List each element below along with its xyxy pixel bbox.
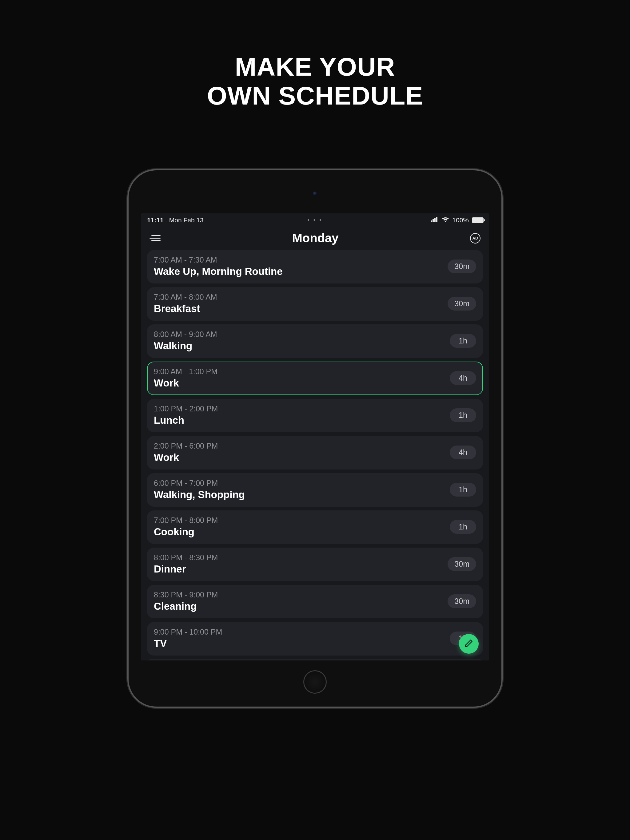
event-time-range: 8:00 AM - 9:00 AM (154, 330, 217, 339)
event-title: Dinner (154, 563, 218, 575)
signal-icon (431, 216, 438, 224)
event-title: Wake Up, Morning Routine (154, 266, 283, 277)
event-time-range: 7:00 AM - 7:30 AM (154, 256, 283, 264)
svg-rect-1 (432, 219, 434, 222)
home-button[interactable] (303, 670, 327, 694)
event-time-range: 9:00 AM - 1:00 PM (154, 367, 217, 376)
battery-percent: 100% (452, 216, 469, 224)
event-item[interactable]: 2:00 PM - 6:00 PMWork4h (147, 436, 483, 469)
battery-icon (472, 217, 484, 223)
event-duration-pill: 30m (448, 557, 476, 571)
event-duration-pill: 30m (448, 297, 476, 311)
multitask-dots-icon: • • • (308, 217, 323, 224)
event-duration-pill: 30m (448, 259, 476, 273)
event-title: Work (154, 452, 218, 463)
promo-line2: OWN SCHEDULE (0, 81, 630, 110)
event-title: Cleaning (154, 600, 218, 612)
event-item[interactable]: 8:30 PM - 9:00 PMCleaning30m (147, 585, 483, 618)
event-left: 7:00 PM - 8:00 PMCooking (154, 516, 218, 538)
event-time-range: 1:00 PM - 2:00 PM (154, 404, 218, 413)
status-bar: 11:11 Mon Feb 13 • • • 100% (141, 213, 489, 225)
promo-heading: MAKE YOUR OWN SCHEDULE (0, 52, 630, 110)
event-title: Breakfast (154, 303, 217, 314)
event-left: 2:00 PM - 6:00 PMWork (154, 442, 218, 463)
svg-rect-2 (434, 218, 435, 222)
event-time-range: 6:00 PM - 7:00 PM (154, 479, 245, 488)
svg-rect-0 (431, 221, 432, 222)
event-time-range: 8:00 PM - 8:30 PM (154, 553, 218, 562)
wifi-icon (442, 216, 449, 224)
event-item[interactable]: 6:00 PM - 7:00 PMWalking, Shopping1h (147, 473, 483, 507)
app-header: Monday AD (141, 225, 489, 250)
event-title: Walking, Shopping (154, 489, 245, 501)
event-item[interactable]: 7:00 PM - 8:00 PMCooking1h (147, 510, 483, 544)
ad-badge-label: AD (473, 236, 478, 240)
event-item[interactable]: 7:30 AM - 8:00 AMBreakfast30m (147, 287, 483, 321)
ad-badge-button[interactable]: AD (470, 233, 481, 243)
device-camera (313, 191, 317, 196)
event-duration-pill: 1h (450, 520, 476, 534)
event-left: 8:00 AM - 9:00 AMWalking (154, 330, 217, 352)
svg-rect-3 (436, 217, 437, 222)
event-time-range: 7:30 AM - 8:00 AM (154, 293, 217, 302)
event-item-peek[interactable] (147, 659, 483, 660)
event-title: Work (154, 377, 217, 389)
event-time-range: 9:00 PM - 10:00 PM (154, 628, 222, 636)
app-screen: 11:11 Mon Feb 13 • • • 100% Monday (141, 213, 489, 660)
tablet-device-frame: 11:11 Mon Feb 13 • • • 100% Monday (128, 171, 502, 707)
page-title: Monday (292, 231, 339, 245)
event-left: 7:30 AM - 8:00 AMBreakfast (154, 293, 217, 314)
status-time: 11:11 (147, 216, 164, 224)
event-duration-pill: 1h (450, 483, 476, 497)
event-left: 7:00 AM - 7:30 AMWake Up, Morning Routin… (154, 256, 283, 277)
event-duration-pill: 4h (450, 445, 476, 459)
event-item[interactable]: 8:00 AM - 9:00 AMWalking1h (147, 324, 483, 358)
event-duration-pill: 30m (448, 594, 476, 608)
event-item[interactable]: 8:00 PM - 8:30 PMDinner30m (147, 548, 483, 581)
event-item[interactable]: 1:00 PM - 2:00 PMLunch1h (147, 399, 483, 432)
event-title: Walking (154, 340, 217, 352)
edit-fab-button[interactable] (459, 634, 479, 654)
event-item[interactable]: 9:00 PM - 10:00 PMTV1h (147, 622, 483, 655)
event-item[interactable]: 9:00 AM - 1:00 PMWork4h (147, 362, 483, 395)
event-title: TV (154, 638, 222, 649)
event-time-range: 2:00 PM - 6:00 PM (154, 442, 218, 450)
event-duration-pill: 4h (450, 371, 476, 385)
event-left: 9:00 PM - 10:00 PMTV (154, 628, 222, 649)
status-date: Mon Feb 13 (169, 216, 204, 224)
promo-line1: MAKE YOUR (0, 52, 630, 81)
event-time-range: 8:30 PM - 9:00 PM (154, 591, 218, 599)
event-list[interactable]: 7:00 AM - 7:30 AMWake Up, Morning Routin… (141, 250, 489, 660)
event-duration-pill: 1h (450, 408, 476, 422)
pencil-icon (464, 639, 473, 649)
event-title: Lunch (154, 414, 218, 426)
event-duration-pill: 1h (450, 334, 476, 348)
event-left: 9:00 AM - 1:00 PMWork (154, 367, 217, 389)
event-time-range: 7:00 PM - 8:00 PM (154, 516, 218, 525)
event-left: 8:00 PM - 8:30 PMDinner (154, 553, 218, 575)
menu-icon[interactable] (149, 235, 161, 241)
status-right: 100% (431, 216, 484, 224)
event-left: 6:00 PM - 7:00 PMWalking, Shopping (154, 479, 245, 501)
event-left: 1:00 PM - 2:00 PMLunch (154, 404, 218, 426)
event-title: Cooking (154, 526, 218, 538)
event-item[interactable]: 7:00 AM - 7:30 AMWake Up, Morning Routin… (147, 250, 483, 284)
event-left: 8:30 PM - 9:00 PMCleaning (154, 591, 218, 612)
status-left: 11:11 Mon Feb 13 (147, 216, 204, 224)
